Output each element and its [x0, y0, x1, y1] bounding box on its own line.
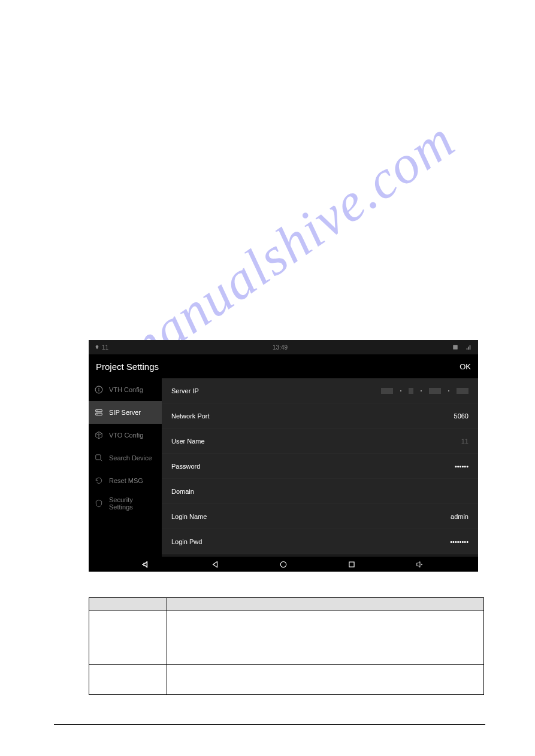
- ip-segment: [409, 388, 413, 394]
- sidebar-item-label: Search Device: [109, 454, 152, 462]
- sidebar-item-security-settings[interactable]: Security Settings: [89, 492, 162, 515]
- svg-point-5: [98, 388, 99, 389]
- nav-volume-up-button[interactable]: [411, 559, 429, 570]
- main-content: VTH Config SIP Server VTO Config: [89, 378, 478, 557]
- svg-rect-0: [453, 345, 458, 350]
- ip-segment: [429, 388, 441, 394]
- table-cell: [89, 665, 167, 695]
- svg-line-12: [101, 460, 102, 461]
- sidebar-item-vth-config[interactable]: VTH Config: [89, 378, 162, 401]
- form-value: ••••••: [455, 463, 468, 470]
- server-icon: [95, 408, 103, 417]
- shield-icon: [95, 499, 103, 508]
- nav-bar: [89, 557, 478, 572]
- form-row-user-name[interactable]: User Name 11: [162, 429, 478, 454]
- sidebar-item-vto-config[interactable]: VTO Config: [89, 424, 162, 447]
- home-icon: [279, 560, 288, 569]
- info-icon: [95, 385, 103, 394]
- svg-point-14: [280, 561, 286, 567]
- sidebar-item-sip-server[interactable]: SIP Server: [89, 401, 162, 424]
- ip-segment: [457, 388, 468, 394]
- svg-point-9: [97, 411, 98, 411]
- form-label: Login Name: [171, 513, 207, 520]
- table-cell: [167, 665, 484, 695]
- svg-rect-7: [96, 409, 102, 412]
- form-label: Network Port: [171, 412, 210, 420]
- svg-rect-2: [468, 347, 469, 350]
- form-row-network-port[interactable]: Network Port 5060: [162, 403, 478, 429]
- refresh-icon: [95, 476, 103, 485]
- sidebar-item-reset-msg[interactable]: Reset MSG: [89, 469, 162, 492]
- ip-input[interactable]: [381, 388, 468, 394]
- header: Project Settings OK: [89, 354, 478, 378]
- location-pin-icon: [95, 344, 99, 350]
- svg-marker-16: [417, 561, 420, 567]
- device-screenshot: 11 13:49 Project Settings OK: [89, 340, 478, 572]
- table-header-row: [89, 598, 484, 611]
- svg-rect-8: [96, 413, 102, 415]
- table-header-cell: [89, 598, 167, 611]
- ip-dot: [448, 390, 449, 391]
- svg-point-10: [97, 414, 98, 414]
- form-row-login-name[interactable]: Login Name admin: [162, 504, 478, 529]
- status-location: 11: [102, 344, 108, 351]
- volume-down-icon: [142, 560, 152, 569]
- table-row: [89, 611, 484, 665]
- nav-volume-down-button[interactable]: [138, 559, 156, 570]
- status-time: 13:49: [273, 344, 288, 351]
- parameter-table: [89, 597, 484, 695]
- form-row-domain[interactable]: Domain: [162, 479, 478, 504]
- save-icon: [452, 344, 459, 350]
- ip-dot: [421, 390, 422, 391]
- form-row-server-ip[interactable]: Server IP: [162, 378, 478, 403]
- network-icon: [465, 344, 472, 350]
- form-row-login-pwd[interactable]: Login Pwd ••••••••: [162, 529, 478, 554]
- form-label: Password: [171, 463, 200, 470]
- volume-up-icon: [415, 560, 425, 569]
- status-right: [452, 344, 472, 350]
- ip-dot: [400, 390, 401, 391]
- form-label: Server IP: [171, 387, 199, 394]
- svg-rect-6: [98, 389, 99, 391]
- page-title: Project Settings: [96, 362, 159, 372]
- nav-home-button[interactable]: [274, 559, 292, 570]
- footer-line: [54, 724, 485, 725]
- svg-rect-15: [349, 561, 354, 566]
- sidebar-item-label: Security Settings: [109, 496, 156, 511]
- sidebar-item-label: SIP Server: [109, 409, 141, 416]
- sidebar: VTH Config SIP Server VTO Config: [89, 378, 162, 557]
- table-cell: [167, 611, 484, 665]
- form-label: Domain: [171, 488, 194, 495]
- back-icon: [211, 560, 219, 569]
- svg-rect-11: [96, 455, 101, 460]
- form-value: admin: [451, 513, 468, 520]
- ip-segment: [381, 388, 393, 394]
- form-value: 5060: [454, 412, 468, 420]
- sidebar-item-search-device[interactable]: Search Device: [89, 447, 162, 469]
- form-label: User Name: [171, 438, 205, 445]
- sidebar-item-label: VTH Config: [109, 386, 143, 393]
- nav-back-button[interactable]: [206, 559, 224, 570]
- table-cell: [89, 611, 167, 665]
- form-panel: Server IP Network Port 5060 User Name: [162, 378, 478, 557]
- sidebar-item-label: Reset MSG: [109, 477, 143, 484]
- status-bar: 11 13:49: [89, 340, 478, 354]
- table-header-cell: [167, 598, 484, 611]
- svg-rect-1: [467, 348, 468, 350]
- svg-rect-3: [470, 345, 471, 350]
- recent-icon: [347, 560, 356, 569]
- sidebar-item-label: VTO Config: [109, 432, 143, 439]
- form-value: ••••••••: [450, 538, 468, 545]
- table-row: [89, 665, 484, 695]
- search-icon: [95, 454, 103, 462]
- form-label: Login Pwd: [171, 538, 202, 545]
- form-value: 11: [461, 438, 468, 445]
- form-row-password[interactable]: Password ••••••: [162, 454, 478, 479]
- cube-icon: [95, 431, 103, 439]
- ok-button[interactable]: OK: [460, 362, 471, 371]
- nav-recent-button[interactable]: [343, 559, 361, 570]
- status-left: 11: [95, 344, 108, 351]
